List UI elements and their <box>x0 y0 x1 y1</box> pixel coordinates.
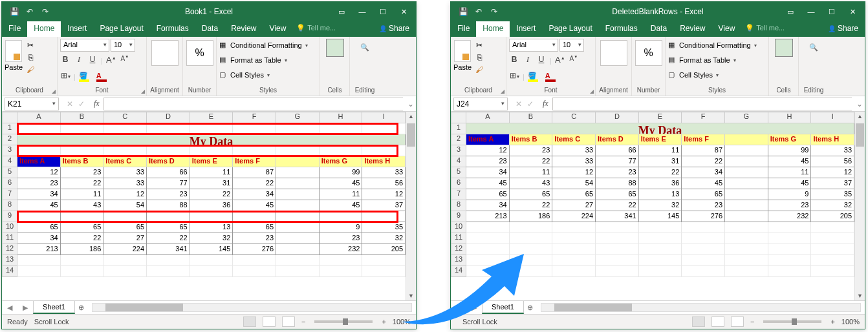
data-cell[interactable]: 12 <box>552 167 596 178</box>
formula-input[interactable] <box>103 98 403 110</box>
empty-cell[interactable] <box>682 266 725 277</box>
data-cell[interactable]: 45 <box>466 178 510 189</box>
empty-cell[interactable] <box>466 255 510 266</box>
row-header[interactable]: 13 <box>2 255 17 266</box>
data-cell[interactable]: 34 <box>466 200 510 211</box>
row-header[interactable]: 1 <box>2 123 17 134</box>
empty-cell[interactable] <box>362 255 406 266</box>
empty-cell[interactable] <box>103 123 147 134</box>
empty-cell[interactable] <box>466 233 510 244</box>
data-cell[interactable] <box>276 244 320 255</box>
empty-cell[interactable] <box>233 123 276 134</box>
clipboard-launcher-icon[interactable]: ◢ <box>501 88 505 94</box>
data-cell[interactable]: 54 <box>552 178 596 189</box>
data-cell[interactable] <box>725 156 768 167</box>
data-cell[interactable]: 22 <box>190 189 233 200</box>
data-cell[interactable]: 54 <box>103 200 147 211</box>
copy-icon[interactable]: ⎘ <box>25 52 36 63</box>
row-header[interactable]: 14 <box>2 266 17 277</box>
data-cell[interactable]: 45 <box>233 200 276 211</box>
maximize-icon[interactable]: ☐ <box>822 5 841 18</box>
data-cell[interactable] <box>276 189 320 200</box>
data-cell[interactable] <box>725 200 768 211</box>
data-cell[interactable]: 45 <box>768 156 812 167</box>
data-cell[interactable] <box>276 178 320 189</box>
empty-cell[interactable] <box>17 123 61 134</box>
data-cell[interactable]: 12 <box>362 189 406 200</box>
data-cell[interactable]: 224 <box>103 244 147 255</box>
font-size-dropdown[interactable]: 10 <box>111 39 135 52</box>
data-cell[interactable]: 77 <box>147 178 190 189</box>
data-cell[interactable]: 66 <box>596 145 639 156</box>
row-header[interactable]: 6 <box>2 178 17 189</box>
data-cell[interactable]: 23 <box>466 156 510 167</box>
column-header[interactable]: A <box>17 112 61 123</box>
data-cell[interactable]: 32 <box>362 233 406 244</box>
empty-cell[interactable] <box>233 255 276 266</box>
spreadsheet-grid-right[interactable]: ABCDEFGHI1My Data2Items AItems BItems CI… <box>451 112 865 300</box>
format-painter-icon[interactable]: 🖌 <box>25 65 36 75</box>
empty-cell[interactable] <box>103 266 147 277</box>
empty-cell[interactable] <box>552 222 596 233</box>
horizontal-scrollbar[interactable] <box>541 303 861 312</box>
sheet-nav-next-icon[interactable]: ▶ <box>466 304 482 312</box>
data-cell[interactable]: 11 <box>768 167 812 178</box>
row-header[interactable]: 12 <box>2 244 17 255</box>
vertical-scrollbar[interactable]: ▲▼ <box>854 112 865 300</box>
data-cell[interactable]: 23 <box>320 233 363 244</box>
tab-file[interactable]: File <box>2 21 27 37</box>
header-cell[interactable]: Items E <box>639 134 682 145</box>
name-box[interactable]: K21 <box>5 98 59 110</box>
empty-cell[interactable] <box>811 222 854 233</box>
select-all-corner[interactable] <box>2 112 17 123</box>
empty-cell[interactable] <box>510 266 553 277</box>
data-cell[interactable]: 276 <box>682 211 725 222</box>
format-as-table-button[interactable]: ▤Format as Table <box>219 54 287 67</box>
empty-cell[interactable] <box>276 266 320 277</box>
share-button[interactable]: Share <box>375 21 416 37</box>
empty-cell[interactable] <box>17 266 61 277</box>
data-cell[interactable] <box>276 200 320 211</box>
empty-cell[interactable] <box>276 255 320 266</box>
font-launcher-icon[interactable]: ◢ <box>141 88 145 94</box>
title-cell[interactable]: My Data <box>466 123 854 134</box>
column-header[interactable]: C <box>552 112 596 123</box>
data-cell[interactable] <box>725 167 768 178</box>
empty-cell[interactable] <box>725 233 768 244</box>
grow-font-icon[interactable]: A▲ <box>106 55 116 67</box>
empty-cell[interactable] <box>811 244 854 255</box>
data-cell[interactable]: 36 <box>190 200 233 211</box>
data-cell[interactable]: 145 <box>639 211 682 222</box>
empty-cell[interactable] <box>682 233 725 244</box>
column-header[interactable]: G <box>276 112 320 123</box>
data-cell[interactable]: 99 <box>768 145 812 156</box>
sheet-tab[interactable]: Sheet1 <box>482 301 524 314</box>
zoom-out-icon[interactable]: − <box>750 318 754 326</box>
empty-cell[interactable] <box>725 255 768 266</box>
tell-me[interactable]: 💡 Tell me... <box>292 21 340 37</box>
row-header[interactable]: 9 <box>451 211 466 222</box>
data-cell[interactable] <box>276 167 320 178</box>
data-cell[interactable]: 65 <box>466 189 510 200</box>
empty-cell[interactable] <box>190 145 233 156</box>
empty-cell[interactable] <box>147 255 190 266</box>
column-header[interactable]: G <box>725 112 768 123</box>
conditional-formatting-button[interactable]: ▦Conditional Formatting <box>668 39 757 52</box>
data-cell[interactable]: 12 <box>17 167 61 178</box>
bold-button[interactable]: B <box>60 55 71 67</box>
data-cell[interactable]: 56 <box>811 156 854 167</box>
tab-data[interactable]: Data <box>644 21 673 37</box>
sheet-tab[interactable]: Sheet1 <box>33 301 75 314</box>
header-cell[interactable]: Items H <box>811 134 854 145</box>
page-layout-view-icon[interactable] <box>711 316 724 327</box>
data-cell[interactable]: 87 <box>233 167 276 178</box>
empty-cell[interactable] <box>61 266 104 277</box>
data-cell[interactable] <box>725 178 768 189</box>
empty-cell[interactable] <box>682 244 725 255</box>
data-cell[interactable]: 13 <box>190 222 233 233</box>
data-cell[interactable]: 205 <box>362 244 406 255</box>
row-header[interactable]: 10 <box>2 222 17 233</box>
page-break-view-icon[interactable] <box>731 316 744 327</box>
share-button[interactable]: Share <box>824 21 865 37</box>
data-cell[interactable]: 22 <box>682 156 725 167</box>
